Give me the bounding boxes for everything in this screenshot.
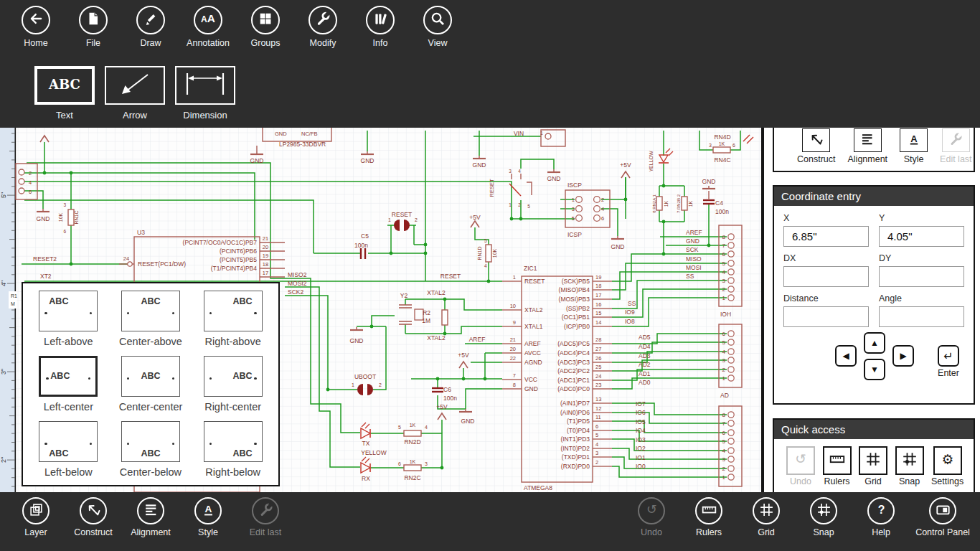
- svg-text:XT2: XT2: [40, 273, 52, 280]
- svg-text:3: 3: [572, 206, 575, 212]
- tab-annotation[interactable]: AAAnnotation: [179, 6, 237, 48]
- tab-view[interactable]: View: [409, 6, 466, 48]
- bottombar-grid[interactable]: Grid: [738, 497, 795, 537]
- svg-text:MOSI2: MOSI2: [288, 280, 307, 287]
- abc-sample: ABC: [204, 448, 262, 458]
- anchor-dot: [209, 312, 212, 314]
- tab-draw[interactable]: Draw: [122, 6, 179, 48]
- align-option-center-above[interactable]: ABCCenter-above: [110, 286, 192, 352]
- svg-text:UBOOT: UBOOT: [354, 373, 376, 380]
- svg-text:AD: AD: [720, 392, 729, 399]
- svg-text:RN1C: RN1C: [74, 210, 79, 224]
- svg-text:2: 2: [595, 459, 598, 466]
- svg-text:?: ?: [877, 503, 885, 515]
- svg-text:IO2: IO2: [636, 445, 646, 452]
- quick-snap[interactable]: Snap: [895, 446, 924, 486]
- svg-text:23: 23: [595, 382, 601, 388]
- align-option-right-above[interactable]: ABCRight-above: [192, 286, 274, 352]
- svg-text:YELLOW: YELLOW: [649, 151, 654, 172]
- svg-text:17: 17: [263, 270, 268, 276]
- draw-icon: [143, 11, 159, 29]
- svg-text:(INT0)PD2: (INT0)PD2: [560, 445, 590, 452]
- svg-text:+5V: +5V: [469, 214, 481, 221]
- anchor-dot: [44, 312, 47, 314]
- quick-grid[interactable]: Grid: [859, 446, 887, 486]
- abc-sample: ABC: [122, 296, 179, 306]
- nudge-left-button[interactable]: ◀: [835, 345, 857, 367]
- svg-text:24: 24: [123, 255, 129, 262]
- svg-text:(RXD)PD0: (RXD)PD0: [561, 463, 590, 470]
- svg-text:1: 1: [513, 274, 516, 281]
- svg-text:SS: SS: [686, 273, 694, 280]
- bottombar-snap[interactable]: Snap: [795, 497, 852, 537]
- angle-field-label: Angle: [879, 293, 964, 303]
- schematic-canvas[interactable]: 5"4"3"2"87654321IOH654321AD876543211RESE…: [0, 128, 764, 492]
- bottombar-help[interactable]: ?Help: [852, 497, 910, 537]
- distance-field-input[interactable]: [783, 306, 869, 327]
- dy-field-input[interactable]: [879, 266, 964, 287]
- align-option-center-below[interactable]: ABCCenter-below: [110, 417, 192, 482]
- nudge-up-button[interactable]: ▲: [864, 332, 885, 354]
- svg-text:GND: GND: [361, 157, 374, 164]
- align-option-left-below[interactable]: ABCLeft-below: [27, 417, 110, 482]
- svg-text:14: 14: [595, 319, 601, 326]
- side-tool-style[interactable]: AStyle: [900, 128, 928, 171]
- align-option-left-above[interactable]: ABCLeft-above: [27, 286, 110, 352]
- side-tool-alignment[interactable]: Alignment: [848, 128, 888, 171]
- align-option-label: Center-above: [119, 336, 182, 347]
- svg-text:RN2C: RN2C: [404, 474, 420, 481]
- svg-text:7: 7: [722, 242, 726, 249]
- svg-text:RESET: RESET: [392, 211, 412, 218]
- svg-text:1: 1: [509, 202, 512, 207]
- svg-text:GND: GND: [461, 418, 475, 425]
- svg-text:(ADC0)PC0: (ADC0)PC0: [557, 385, 590, 392]
- anchor-dot: [254, 443, 256, 445]
- svg-text:(SCK)PB5: (SCK)PB5: [562, 278, 590, 285]
- bottombar-rulers[interactable]: Rulers: [680, 497, 738, 537]
- svg-text:(ADC5)PC5: (ADC5)PC5: [557, 340, 590, 347]
- svg-text:(SS)PB2: (SS)PB2: [566, 305, 590, 312]
- svg-text:5: 5: [572, 215, 575, 222]
- svg-text:+5V: +5V: [436, 403, 448, 410]
- y-field-input[interactable]: [879, 226, 964, 247]
- svg-text:6: 6: [398, 461, 401, 466]
- tab-info[interactable]: Info: [352, 6, 409, 48]
- quick-rulers[interactable]: Rulers: [823, 446, 852, 486]
- tool-arrow[interactable]: Arrow: [105, 66, 165, 121]
- bottombar-alignment[interactable]: Alignment: [122, 497, 179, 537]
- x-field-input[interactable]: [783, 226, 869, 247]
- align-option-right-below[interactable]: ABCRight-below: [192, 417, 274, 482]
- bottombar-layer[interactable]: Layer: [7, 497, 65, 537]
- tab-home[interactable]: Home: [7, 6, 65, 48]
- align-option-label: Left-above: [44, 336, 93, 347]
- svg-text:26: 26: [595, 355, 601, 362]
- side-tool-construct[interactable]: Construct: [797, 128, 836, 171]
- tab-file[interactable]: File: [65, 6, 122, 48]
- svg-text:IO1: IO1: [636, 454, 646, 461]
- nudge-right-button[interactable]: ▶: [892, 345, 914, 367]
- bottombar-control-panel[interactable]: Control Panel: [910, 497, 976, 537]
- dx-field-input[interactable]: [783, 266, 869, 287]
- angle-field-input[interactable]: [879, 306, 964, 327]
- enter-button[interactable]: ↵: [938, 345, 959, 367]
- svg-text:9: 9: [513, 319, 516, 326]
- tool-text[interactable]: ABCText: [34, 66, 95, 121]
- align-option-right-center[interactable]: ABCRight-center: [192, 352, 274, 417]
- tool-dimension[interactable]: Dimension: [175, 66, 235, 121]
- svg-text:AREF: AREF: [524, 340, 541, 347]
- snap-icon: [902, 451, 918, 470]
- align-option-left-center[interactable]: ABCLeft-center: [27, 352, 110, 417]
- tab-groups[interactable]: Groups: [237, 6, 294, 48]
- bottombar-construct[interactable]: Construct: [65, 497, 122, 537]
- svg-text:3: 3: [722, 357, 726, 364]
- svg-text:6: 6: [595, 423, 598, 430]
- nudge-down-button[interactable]: ▼: [864, 359, 885, 380]
- svg-text:20: 20: [263, 244, 268, 250]
- tab-modify[interactable]: Modify: [294, 6, 352, 48]
- svg-text:XTAL2: XTAL2: [427, 334, 446, 342]
- quick-settings[interactable]: ⚙Settings: [931, 446, 963, 486]
- svg-text:NC/FB: NC/FB: [301, 131, 318, 137]
- svg-text:1K: 1K: [410, 423, 416, 428]
- bottombar-style[interactable]: AStyle: [179, 497, 237, 537]
- align-option-center-center[interactable]: ABCCenter-center: [110, 352, 192, 417]
